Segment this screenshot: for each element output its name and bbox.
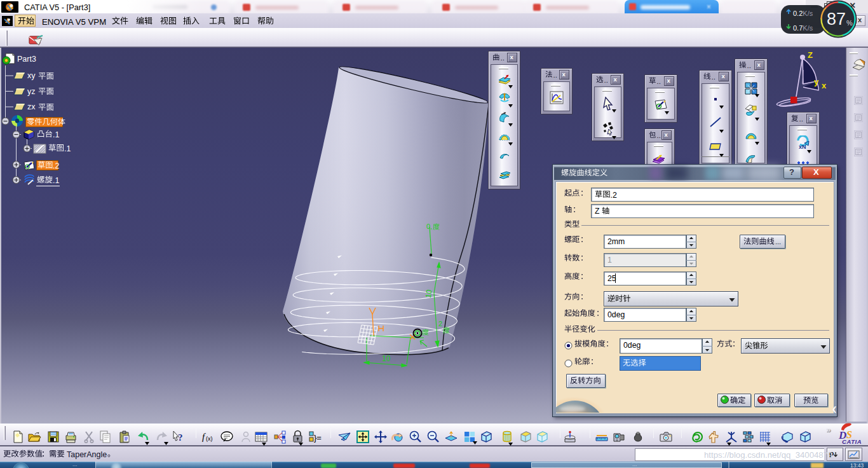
svg-text:}=: }= (314, 433, 322, 443)
svg-text:xN: xN (799, 144, 806, 149)
svg-text:87: 87 (827, 10, 846, 29)
svg-text:0.7K/s: 0.7K/s (793, 24, 813, 32)
svg-text:%: % (846, 19, 853, 27)
svg-text:?: ? (178, 432, 183, 443)
svg-text:(x): (x) (206, 436, 213, 442)
svg-text:0.2K/s: 0.2K/s (793, 10, 813, 17)
svg-text:CATIA: CATIA (842, 438, 862, 445)
